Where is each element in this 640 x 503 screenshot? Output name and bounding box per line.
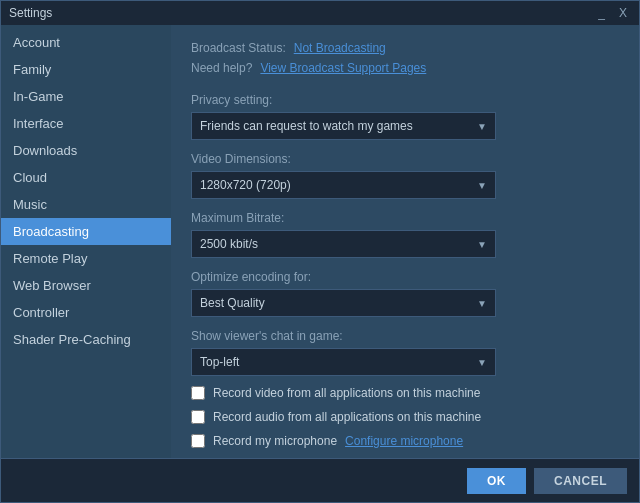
- broadcast-status-label: Broadcast Status:: [191, 41, 286, 55]
- show-viewers-chat-label: Show viewer's chat in game:: [191, 329, 619, 343]
- sidebar-item-controller[interactable]: Controller: [1, 299, 171, 326]
- checkbox-record-video[interactable]: [191, 386, 205, 400]
- settings-window: Settings _ X AccountFamilyIn-GameInterfa…: [0, 0, 640, 503]
- optimize-encoding-dropdown[interactable]: Best Quality ▼: [191, 289, 496, 317]
- show-viewers-chat-dropdown[interactable]: Top-left ▼: [191, 348, 496, 376]
- privacy-setting-dropdown[interactable]: Friends can request to watch my games ▼: [191, 112, 496, 140]
- broadcast-support-link[interactable]: View Broadcast Support Pages: [260, 61, 426, 75]
- optimize-encoding-arrow: ▼: [477, 298, 487, 309]
- sidebar-item-cloud[interactable]: Cloud: [1, 164, 171, 191]
- window-title: Settings: [9, 6, 52, 20]
- broadcast-status-row: Broadcast Status: Not Broadcasting: [191, 41, 619, 55]
- sidebar-item-interface[interactable]: Interface: [1, 110, 171, 137]
- sidebar-item-remote-play[interactable]: Remote Play: [1, 245, 171, 272]
- video-dimensions-label: Video Dimensions:: [191, 152, 619, 166]
- sidebar-item-family[interactable]: Family: [1, 56, 171, 83]
- checkbox-label-record-video: Record video from all applications on th…: [213, 386, 480, 400]
- configure-microphone-link[interactable]: Configure microphone: [345, 434, 463, 448]
- checkbox-row-record-video: Record video from all applications on th…: [191, 386, 619, 400]
- cancel-button[interactable]: CANCEL: [534, 468, 627, 494]
- checkbox-label-record-microphone: Record my microphone: [213, 434, 337, 448]
- minimize-button[interactable]: _: [594, 6, 609, 20]
- show-viewers-chat-value: Top-left: [200, 355, 239, 369]
- ok-button[interactable]: OK: [467, 468, 526, 494]
- not-broadcasting-link[interactable]: Not Broadcasting: [294, 41, 386, 55]
- sidebar-item-shader-pre-caching[interactable]: Shader Pre-Caching: [1, 326, 171, 353]
- checkbox-record-microphone[interactable]: [191, 434, 205, 448]
- need-help-label: Need help?: [191, 61, 252, 75]
- video-dimensions-dropdown[interactable]: 1280x720 (720p) ▼: [191, 171, 496, 199]
- privacy-setting-value: Friends can request to watch my games: [200, 119, 413, 133]
- sidebar-item-in-game[interactable]: In-Game: [1, 83, 171, 110]
- title-bar: Settings _ X: [1, 1, 639, 25]
- privacy-setting-label: Privacy setting:: [191, 93, 619, 107]
- sidebar: AccountFamilyIn-GameInterfaceDownloadsCl…: [1, 25, 171, 458]
- optimize-encoding-label: Optimize encoding for:: [191, 270, 619, 284]
- content-area: AccountFamilyIn-GameInterfaceDownloadsCl…: [1, 25, 639, 458]
- sidebar-item-web-browser[interactable]: Web Browser: [1, 272, 171, 299]
- checkboxes-container: Record video from all applications on th…: [191, 386, 619, 458]
- help-row: Need help? View Broadcast Support Pages: [191, 61, 619, 75]
- sidebar-item-broadcasting[interactable]: Broadcasting: [1, 218, 171, 245]
- checkbox-row-record-audio: Record audio from all applications on th…: [191, 410, 619, 424]
- footer: OK CANCEL: [1, 458, 639, 502]
- maximum-bitrate-value: 2500 kbit/s: [200, 237, 258, 251]
- main-panel: Broadcast Status: Not Broadcasting Need …: [171, 25, 639, 458]
- checkbox-record-audio[interactable]: [191, 410, 205, 424]
- close-button[interactable]: X: [615, 6, 631, 20]
- maximum-bitrate-label: Maximum Bitrate:: [191, 211, 619, 225]
- window-controls: _ X: [594, 6, 631, 20]
- video-dimensions-value: 1280x720 (720p): [200, 178, 291, 192]
- sidebar-item-music[interactable]: Music: [1, 191, 171, 218]
- maximum-bitrate-dropdown[interactable]: 2500 kbit/s ▼: [191, 230, 496, 258]
- show-viewers-chat-arrow: ▼: [477, 357, 487, 368]
- video-dimensions-arrow: ▼: [477, 180, 487, 191]
- maximum-bitrate-arrow: ▼: [477, 239, 487, 250]
- checkbox-label-record-audio: Record audio from all applications on th…: [213, 410, 481, 424]
- checkbox-row-record-microphone: Record my microphoneConfigure microphone: [191, 434, 619, 448]
- privacy-setting-arrow: ▼: [477, 121, 487, 132]
- sidebar-item-account[interactable]: Account: [1, 29, 171, 56]
- sidebar-item-downloads[interactable]: Downloads: [1, 137, 171, 164]
- optimize-encoding-value: Best Quality: [200, 296, 265, 310]
